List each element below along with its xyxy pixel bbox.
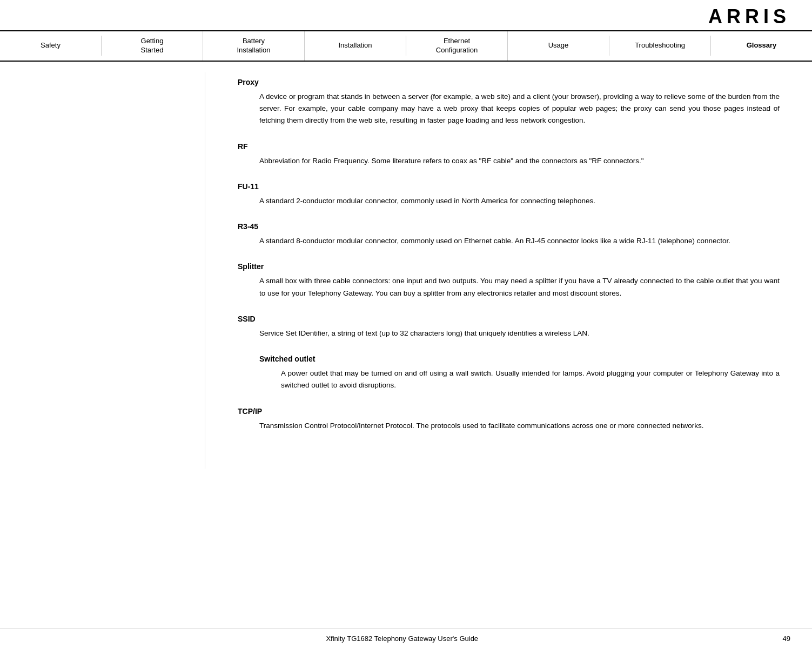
nav-item-glossary[interactable]: Glossary [711,36,812,56]
nav-item-safety[interactable]: Safety [0,36,102,56]
footer-page-number: 49 [783,634,790,643]
glossary-content: Proxy A device or program that stands in… [205,72,812,469]
term-fu11: FU-11 A standard 2-conductor modular con… [238,182,780,207]
left-sidebar [0,72,205,469]
navigation-bar: Safety Getting Started Battery Installat… [0,31,812,62]
term-fu11-definition: A standard 2-conductor modular connector… [238,195,780,207]
term-r345-title: R3-45 [238,222,780,231]
term-splitter-definition: A small box with three cable connectors:… [238,275,780,299]
term-switched-outlet: Switched outlet A power outlet that may … [238,355,780,392]
footer-center: Xfinity TG1682 Telephony Gateway User's … [22,634,783,643]
nav-item-usage[interactable]: Usage [508,36,609,56]
nav-item-installation[interactable]: Installation [305,36,406,56]
term-splitter: Splitter A small box with three cable co… [238,262,780,299]
nav-item-troubleshooting[interactable]: Troubleshooting [609,36,711,56]
nav-item-getting-started[interactable]: Getting Started [102,31,203,61]
term-proxy-title: Proxy [238,78,780,86]
arris-logo: ARRIS [0,0,812,31]
term-tcp-ip-definition: Transmission Control Protocol/Internet P… [238,420,780,432]
page-footer: Xfinity TG1682 Telephony Gateway User's … [0,629,812,648]
term-switched-outlet-definition: A power outlet that may be turned on and… [238,368,780,392]
nav-item-ethernet-configuration[interactable]: Ethernet Configuration [406,31,508,61]
term-r345: R3-45 A standard 8-conductor modular con… [238,222,780,247]
term-tcp-ip: TCP/IP Transmission Control Protocol/Int… [238,407,780,432]
term-proxy: Proxy A device or program that stands in… [238,78,780,127]
term-ssid-definition: Service Set IDentifier, a string of text… [238,328,780,339]
term-rf-title: RF [238,142,780,151]
term-tcp-ip-title: TCP/IP [238,407,780,416]
main-content: Proxy A device or program that stands in… [0,62,812,469]
term-rf-definition: Abbreviation for Radio Frequency. Some l… [238,155,780,167]
term-proxy-definition: A device or program that stands in betwe… [238,91,780,127]
term-switched-outlet-title: Switched outlet [238,355,780,363]
term-splitter-title: Splitter [238,262,780,271]
nav-item-battery-installation[interactable]: Battery Installation [203,31,305,61]
term-fu11-title: FU-11 [238,182,780,191]
term-rf: RF Abbreviation for Radio Frequency. Som… [238,142,780,167]
term-ssid: SSID Service Set IDentifier, a string of… [238,315,780,339]
term-ssid-title: SSID [238,315,780,323]
term-r345-definition: A standard 8-conductor modular connector… [238,235,780,247]
